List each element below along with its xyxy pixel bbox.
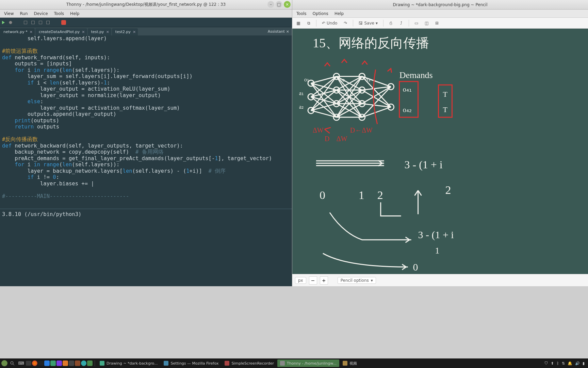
system-tray: ⛉ ⬆ ᛒ ⇅ 🔔 🔊 ▮ bbox=[544, 361, 587, 366]
node-o1: o₁ bbox=[304, 77, 309, 82]
undo-button[interactable]: ↶ Undo bbox=[320, 19, 339, 27]
debug-icon[interactable] bbox=[9, 21, 12, 24]
task-settings[interactable]: Settings — Mozilla Firefox bbox=[161, 359, 221, 367]
num-1: 1 bbox=[359, 189, 364, 201]
node-o3: o₃ bbox=[365, 77, 370, 82]
task-label: SimpleScreenRecorder bbox=[231, 361, 274, 366]
pencil-menubar: Tools Options Help bbox=[292, 10, 588, 18]
app-icon-8[interactable] bbox=[87, 361, 93, 366]
task-label: Drawing ~ *dark-backgro... bbox=[107, 361, 158, 366]
menu-run[interactable]: Run bbox=[17, 11, 30, 17]
terminal-icon[interactable]: ⌨ bbox=[17, 360, 25, 367]
assistant-panel-header[interactable]: Assistant× bbox=[265, 27, 292, 35]
dw-2: ΔW bbox=[337, 135, 347, 142]
dw-1: ΔW bbox=[313, 126, 324, 134]
maximize-button[interactable]: □ bbox=[276, 1, 282, 8]
menu-tools[interactable]: Tools bbox=[51, 11, 67, 17]
pencil-options-dropdown[interactable]: Pencil options ▾ bbox=[338, 277, 376, 284]
code-body[interactable]: self.layers.append(layer) #前馈运算函数 def ne… bbox=[0, 35, 292, 199]
step-over-icon[interactable] bbox=[24, 21, 27, 24]
zoom-in-button[interactable]: + bbox=[320, 276, 328, 285]
app-icon-4[interactable] bbox=[63, 361, 68, 366]
volume-icon[interactable]: 🔊 bbox=[575, 361, 580, 366]
num-0: 0 bbox=[320, 189, 325, 201]
node-a1: a₁ bbox=[299, 90, 304, 96]
save-button[interactable]: 🖫 Save ▾ bbox=[357, 19, 380, 27]
num-2: 2 bbox=[377, 189, 383, 201]
minimize-button[interactable]: – bbox=[267, 1, 274, 8]
menu-help[interactable]: Help bbox=[67, 11, 82, 17]
close-icon[interactable]: × bbox=[133, 30, 136, 34]
save-label: Save bbox=[364, 21, 374, 26]
thonny-window: Thonny - /home/junlingwang/Desktop/视频课/y… bbox=[0, 0, 292, 286]
menu-view[interactable]: View bbox=[1, 11, 16, 17]
term2-icon[interactable] bbox=[38, 361, 44, 366]
step-into-icon[interactable] bbox=[31, 21, 35, 24]
redo-icon[interactable]: ↷ bbox=[341, 19, 349, 27]
app-icon-5[interactable] bbox=[69, 361, 74, 366]
menu-help[interactable]: Help bbox=[332, 11, 346, 17]
close-icon[interactable]: × bbox=[30, 30, 33, 34]
start-menu-icon[interactable] bbox=[1, 360, 7, 366]
expr1: 3 - (1 + i bbox=[405, 159, 443, 171]
notification-icon[interactable]: 🔔 bbox=[568, 361, 572, 366]
share-icon[interactable]: ⤴ bbox=[397, 19, 405, 27]
task-video[interactable]: 视频 bbox=[340, 359, 360, 367]
tray-icon-1[interactable]: ⛉ bbox=[544, 361, 548, 366]
run-icon[interactable] bbox=[2, 21, 5, 24]
menu-tools[interactable]: Tools bbox=[294, 11, 309, 17]
shell-panel[interactable]: 3.8.10 (/usr/bin/python3) bbox=[0, 209, 292, 286]
expr2: 3 - (1 + i bbox=[418, 229, 454, 241]
menu-options[interactable]: Options bbox=[310, 11, 331, 17]
print-icon[interactable]: ⎙ bbox=[387, 19, 395, 27]
layout1-icon[interactable]: ▭ bbox=[412, 19, 421, 27]
drawing-canvas[interactable]: 15、网络的反向传播 Demands bbox=[292, 29, 588, 274]
menu-device[interactable]: Device bbox=[31, 11, 51, 17]
tab-test[interactable]: test.py× bbox=[88, 28, 111, 35]
copy-icon[interactable]: ⧉ bbox=[305, 19, 313, 27]
step-out-icon[interactable] bbox=[39, 21, 42, 24]
num-2b: 2 bbox=[445, 184, 451, 196]
options-label: Pencil options bbox=[341, 278, 369, 283]
close-button[interactable]: × bbox=[284, 1, 291, 8]
tab-test2[interactable]: test2.py× bbox=[112, 28, 138, 35]
firefox-icon[interactable] bbox=[32, 361, 37, 366]
tab-createdata[interactable]: createDataAndPlot.py× bbox=[35, 28, 87, 35]
t-label-bot: T bbox=[443, 105, 447, 114]
tab-network[interactable]: network.py *× bbox=[0, 28, 35, 35]
battery-icon[interactable]: ▮ bbox=[583, 361, 585, 366]
task-label: Thonny - /home/junlingw... bbox=[287, 361, 337, 366]
network-icon[interactable]: ⇅ bbox=[562, 361, 565, 366]
unit-select[interactable]: px bbox=[295, 277, 306, 284]
editor-area: network.py *× createDataAndPlot.py× test… bbox=[0, 27, 292, 286]
tray-icon-2[interactable]: ⬆ bbox=[551, 361, 554, 366]
app-icon-7[interactable] bbox=[81, 361, 86, 366]
pencil-title: Drawing ~ *dark-background-big.png ~ Pen… bbox=[393, 2, 487, 7]
close-icon[interactable]: × bbox=[286, 29, 289, 34]
bluetooth-icon[interactable]: ᛒ bbox=[557, 361, 559, 366]
zoom-out-button[interactable]: − bbox=[309, 276, 317, 285]
app-icon-1[interactable] bbox=[44, 361, 50, 366]
shell-output: 3.8.10 (/usr/bin/python3) bbox=[0, 209, 292, 219]
resume-icon[interactable] bbox=[46, 21, 50, 24]
close-icon[interactable]: × bbox=[106, 30, 109, 34]
node-a2: a₂ bbox=[299, 104, 304, 110]
files-icon[interactable] bbox=[26, 361, 31, 366]
layout3-icon[interactable]: ⊞ bbox=[433, 19, 441, 27]
app-icon-6[interactable] bbox=[75, 361, 80, 366]
layout2-icon[interactable]: ◫ bbox=[423, 19, 431, 27]
task-drawing[interactable]: Drawing ~ *dark-backgro... bbox=[97, 359, 160, 367]
close-icon[interactable]: × bbox=[82, 30, 85, 34]
thonny-toolbar bbox=[0, 18, 292, 27]
app-icon-3[interactable] bbox=[56, 361, 62, 366]
search-icon[interactable] bbox=[8, 360, 16, 367]
window-controls: – □ × bbox=[267, 1, 291, 8]
task-thonny[interactable]: Thonny - /home/junlingw... bbox=[277, 359, 339, 367]
app-icon-2[interactable] bbox=[50, 361, 56, 366]
stop-icon[interactable] bbox=[61, 20, 66, 25]
pencil-titlebar: Drawing ~ *dark-background-big.png ~ Pen… bbox=[292, 0, 588, 10]
code-editor[interactable]: self.layers.append(layer) #前馈运算函数 def ne… bbox=[0, 35, 292, 208]
new-tab-icon[interactable]: ▦ bbox=[294, 19, 303, 27]
d-1: D bbox=[325, 135, 329, 142]
task-recorder[interactable]: SimpleScreenRecorder bbox=[222, 359, 277, 367]
